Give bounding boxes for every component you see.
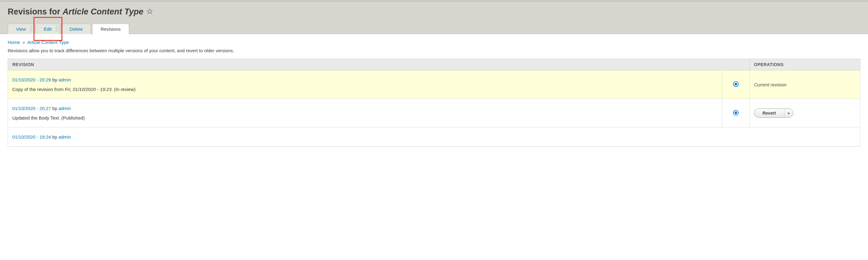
desc-italic: Fri, 01/10/2020 - 19:23 [65, 87, 112, 92]
revision-author-link[interactable]: admin [58, 134, 71, 139]
breadcrumb-item-link[interactable]: Article Content Type [27, 40, 69, 45]
desc-prefix: Copy of the revision from [12, 87, 65, 92]
tab-grip-icon [30, 26, 33, 32]
table-row: 01/10/2020 - 20:27 by admin Updated the … [8, 99, 860, 128]
table-row: 01/10/2020 - 19:24 by admin [8, 128, 860, 147]
dropbutton-toggle[interactable] [784, 109, 793, 118]
page-title-prefix: Revisions for [8, 7, 60, 16]
current-revision-label: Current revision [754, 82, 786, 87]
star-icon[interactable] [147, 7, 153, 17]
tabs: View Edit Delete Revisions [8, 24, 860, 34]
revisions-table: REVISION OPERATIONS 01/10/2020 - 20:29 b… [8, 59, 860, 147]
page-title: Revisions for Article Content Type [8, 7, 860, 17]
tab-view-label: View [16, 26, 26, 32]
chevron-down-icon [787, 111, 790, 116]
revision-date-link[interactable]: 01/10/2020 - 20:29 [12, 77, 51, 83]
by-word: by [52, 134, 57, 139]
breadcrumb-home-link[interactable]: Home [8, 40, 20, 45]
revision-description: Updated the Body Text. (Published) [12, 115, 717, 121]
tab-view[interactable]: View [8, 24, 34, 34]
breadcrumb-separator: » [23, 40, 25, 45]
col-header-operations: OPERATIONS [750, 59, 860, 70]
revision-date-link[interactable]: 01/10/2020 - 19:24 [12, 134, 51, 139]
by-word: by [52, 106, 57, 111]
table-row: 01/10/2020 - 20:29 by admin Copy of the … [8, 70, 860, 99]
help-text: Revisions allow you to track differences… [8, 48, 860, 53]
tab-delete-label: Delete [69, 26, 83, 32]
revision-select-radio[interactable] [733, 82, 739, 87]
revision-select-radio[interactable] [733, 110, 739, 116]
header-region: Revisions for Article Content Type View … [0, 2, 868, 34]
desc-suffix: . (In review) [112, 87, 135, 92]
page-title-subject: Article Content Type [63, 7, 144, 16]
content-region: Home » Article Content Type Revisions al… [0, 34, 868, 147]
revision-author-link[interactable]: admin [58, 106, 71, 111]
revision-author-link[interactable]: admin [58, 77, 71, 83]
revert-dropbutton: Revert [754, 108, 793, 118]
breadcrumb: Home » Article Content Type [8, 40, 860, 45]
col-header-revision: REVISION [8, 59, 750, 70]
revert-button[interactable]: Revert [754, 109, 784, 118]
tab-edit[interactable]: Edit [35, 24, 60, 34]
revision-date-link[interactable]: 01/10/2020 - 20:27 [12, 106, 51, 111]
tab-edit-label: Edit [44, 26, 52, 32]
tab-revisions[interactable]: Revisions [92, 24, 129, 34]
tab-grip-icon [56, 26, 58, 32]
svg-marker-1 [787, 113, 790, 114]
tab-delete[interactable]: Delete [61, 24, 91, 34]
tab-revisions-label: Revisions [100, 26, 121, 32]
by-word: by [52, 77, 57, 83]
svg-marker-0 [147, 9, 152, 14]
revision-description: Copy of the revision from Fri, 01/10/202… [12, 87, 717, 92]
